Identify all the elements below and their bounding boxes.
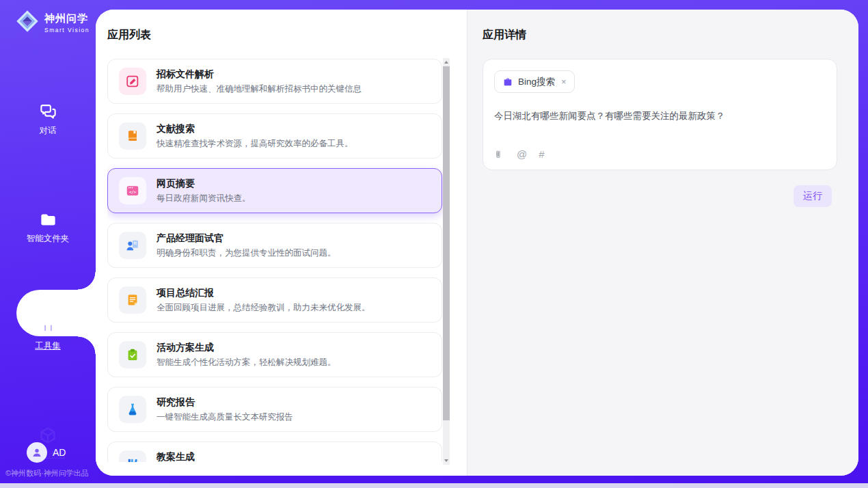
sidebar-item-label: 工具集	[0, 340, 96, 352]
active-nav-curve-top	[78, 272, 96, 290]
page-bottom-strip	[0, 483, 868, 488]
sidebar-item-smart-folder[interactable]: 智能文件夹	[0, 211, 96, 245]
scrollbar-thumb[interactable]	[443, 66, 450, 420]
folder-icon	[0, 211, 96, 229]
edit-document-icon	[119, 68, 146, 95]
app-list-panel: 应用列表 招标文件解析 帮助用户快速、准确地理解和解析招标书中的关键信息	[96, 10, 467, 476]
sidebar-item-label: 智能文件夹	[0, 233, 96, 245]
attachment-icon[interactable]	[494, 149, 505, 160]
clipboard-check-icon	[119, 341, 146, 368]
composer-toolbar: @ #	[494, 148, 545, 160]
query-composer[interactable]: Bing搜索 × 今日湖北有哪些新闻要点？有哪些需要关注的最新政策？ @ #	[483, 59, 837, 170]
app-card-project-summary[interactable]: 项目总结汇报 全面回顾项目进展，总结经验教训，助力未来优化发展。	[107, 277, 442, 323]
app-title: 文献搜索	[157, 123, 353, 135]
app-desc: 全面回顾项目进展，总结经验教训，助力未来优化发展。	[157, 302, 370, 314]
app-title: 产品经理面试官	[157, 232, 336, 245]
app-details-panel: 应用详情 Bing搜索 × 今日湖北有哪些新闻要点？有哪些需要关注的最新政策？	[467, 10, 858, 476]
app-title: 网页摘要	[157, 178, 251, 190]
avatar	[27, 442, 47, 463]
app-card-pm-interviewer[interactable]: 产品经理面试官 明确身份和职责，为您提供专业性的面试问题。	[107, 223, 442, 268]
query-input[interactable]: 今日湖北有哪些新闻要点？有哪些需要关注的最新政策？	[494, 109, 826, 123]
brand-name: 神州问学	[44, 12, 90, 25]
user-account[interactable]: AD	[27, 442, 66, 463]
app-card-lesson-plan[interactable]: 教案生成 模板驱动，教案秒成，教学准备从此轻松快捷	[107, 442, 442, 462]
copyright-text: ©神州数码·神州问学出品	[5, 468, 89, 478]
app-card-literature-search[interactable]: 文献搜索 快速精准查找学术资源，提高研究效率的必备工具。	[107, 113, 442, 159]
run-button[interactable]: 运行	[794, 185, 832, 207]
sidebar-item-label: 对话	[0, 125, 96, 137]
hashtag-icon[interactable]: #	[539, 148, 544, 160]
content-window: 应用列表 招标文件解析 帮助用户快速、准确地理解和解析招标书中的关键信息	[96, 10, 858, 476]
app-desc: 帮助用户快速、准确地理解和解析招标书中的关键信息	[157, 83, 362, 95]
app-title: 教案生成	[157, 451, 327, 463]
sidebar-item-chat[interactable]: 对话	[0, 103, 96, 137]
tool-tag-bing-search[interactable]: Bing搜索 ×	[494, 70, 575, 93]
sidebar-item-tools[interactable]: 工具集	[0, 318, 96, 352]
briefcase-icon	[0, 318, 96, 336]
book-icon	[119, 122, 146, 150]
app-list-scrollbar[interactable]	[443, 58, 450, 465]
svg-text:</>: </>	[129, 190, 137, 194]
flask-icon	[119, 396, 146, 423]
app-title: 招标文件解析	[157, 68, 362, 81]
app-desc: 一键智能生成高质量长文本研究报告	[157, 411, 293, 423]
app-title: 项目总结汇报	[157, 287, 370, 299]
app-title: 研究报告	[157, 396, 293, 409]
app-details-title: 应用详情	[483, 28, 843, 42]
books-icon	[119, 450, 146, 462]
app-desc: 明确身份和职责，为您提供专业性的面试问题。	[157, 247, 336, 259]
scroll-up-arrow-icon[interactable]	[444, 61, 448, 64]
user-initials: AD	[53, 447, 66, 458]
webpage-code-icon: </>	[119, 177, 146, 204]
remove-tag-icon[interactable]: ×	[561, 77, 567, 87]
app-desc: 智能生成个性化活动方案，轻松解决规划难题。	[157, 357, 336, 368]
brand-subtitle: Smart Vision	[44, 27, 90, 33]
note-icon	[119, 286, 146, 314]
app-card-webpage-summary[interactable]: </> 网页摘要 每日政府新闻资讯快查。	[107, 168, 442, 213]
app-title: 活动方案生成	[157, 342, 336, 354]
sidebar: 神州问学 Smart Vision 对话 智能文件夹 工具集	[0, 0, 96, 488]
mention-icon[interactable]: @	[517, 148, 527, 160]
interviewer-icon	[119, 232, 146, 259]
app-list-title: 应用列表	[107, 28, 455, 42]
briefcase-icon	[502, 77, 513, 87]
app-card-research-report[interactable]: 研究报告 一键智能生成高质量长文本研究报告	[107, 387, 442, 432]
app-desc: 每日政府新闻资讯快查。	[157, 193, 251, 204]
app-card-bid-analysis[interactable]: 招标文件解析 帮助用户快速、准确地理解和解析招标书中的关键信息	[107, 59, 442, 104]
app-desc: 快速精准查找学术资源，提高研究效率的必备工具。	[157, 138, 353, 150]
app-list: 招标文件解析 帮助用户快速、准确地理解和解析招标书中的关键信息 文献搜索 快速精…	[107, 59, 455, 462]
scroll-down-arrow-icon[interactable]	[444, 459, 448, 462]
app-card-event-plan[interactable]: 活动方案生成 智能生成个性化活动方案，轻松解决规划难题。	[107, 332, 442, 377]
chat-icon	[0, 103, 96, 121]
logo-diamond-icon	[15, 9, 40, 36]
tool-tag-label: Bing搜索	[518, 76, 555, 88]
